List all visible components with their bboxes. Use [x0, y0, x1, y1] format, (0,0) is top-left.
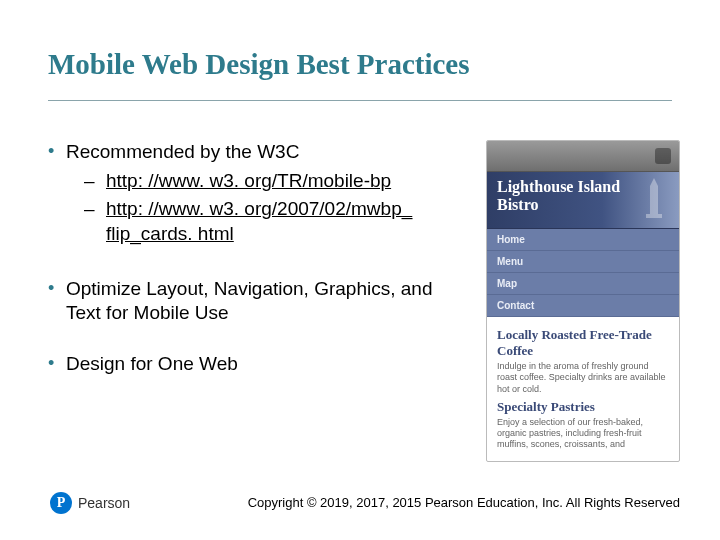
link-mobile-bp[interactable]: http: //www. w3. org/TR/mobile-bp: [106, 170, 391, 191]
pearson-badge-icon: P: [50, 492, 72, 514]
nav-contact[interactable]: Contact: [487, 295, 679, 317]
sublist: – http: //www. w3. org/TR/mobile-bp – ht…: [84, 169, 468, 247]
phone-nav: Home Menu Map Contact: [487, 229, 679, 317]
dash-icon: –: [84, 197, 106, 246]
phone-statusbar: [487, 141, 679, 172]
slide: Mobile Web Design Best Practices • Recom…: [0, 0, 720, 540]
section1-heading: Locally Roasted Free-Trade Coffee: [497, 327, 669, 359]
phone-hero: Lighthouse Island Bistro: [487, 172, 679, 229]
slide-title: Mobile Web Design Best Practices: [48, 48, 470, 81]
section1-body: Indulge in the aroma of freshly ground r…: [497, 361, 669, 395]
statusbar-button-icon: [655, 148, 671, 164]
bullet-optimize: • Optimize Layout, Navigation, Graphics,…: [48, 277, 468, 326]
pearson-logo: P Pearson: [50, 492, 130, 514]
nav-map[interactable]: Map: [487, 273, 679, 295]
copyright-text: Copyright © 2019, 2017, 2015 Pearson Edu…: [248, 495, 680, 510]
bullet-w3c: • Recommended by the W3C – http: //www. …: [48, 140, 468, 251]
sublink-2: – http: //www. w3. org/2007/02/mwbp_ fli…: [84, 197, 468, 246]
link-mwbp-line2[interactable]: flip_cards. html: [106, 223, 234, 244]
lighthouse-icon: [637, 176, 671, 218]
bullet-optimize-text: Optimize Layout, Navigation, Graphics, a…: [66, 277, 468, 326]
content-area: • Recommended by the W3C – http: //www. …: [48, 140, 468, 389]
bullet-one-web-text: Design for One Web: [66, 352, 468, 377]
bullet-w3c-text: Recommended by the W3C: [66, 141, 299, 162]
section2-body: Enjoy a selection of our fresh-baked, or…: [497, 417, 669, 451]
hero-line2: Bistro: [497, 196, 538, 213]
pearson-brand-text: Pearson: [78, 495, 130, 511]
dash-icon: –: [84, 169, 106, 194]
title-underline: [48, 100, 672, 101]
sublink-1: – http: //www. w3. org/TR/mobile-bp: [84, 169, 468, 194]
phone-body: Locally Roasted Free-Trade Coffee Indulg…: [487, 317, 679, 460]
bullet-text: Recommended by the W3C – http: //www. w3…: [66, 140, 468, 251]
nav-menu[interactable]: Menu: [487, 251, 679, 273]
nav-home[interactable]: Home: [487, 229, 679, 251]
mobile-preview: Lighthouse Island Bistro Home Menu Map C…: [486, 140, 680, 462]
bullet-dot-icon: •: [48, 352, 66, 377]
bullet-dot-icon: •: [48, 140, 66, 251]
link-mwbp-line1[interactable]: http: //www. w3. org/2007/02/mwbp_: [106, 198, 412, 219]
section2-heading: Specialty Pastries: [497, 399, 669, 415]
bullet-dot-icon: •: [48, 277, 66, 326]
bullet-one-web: • Design for One Web: [48, 352, 468, 377]
hero-line1: Lighthouse Island: [497, 178, 620, 195]
